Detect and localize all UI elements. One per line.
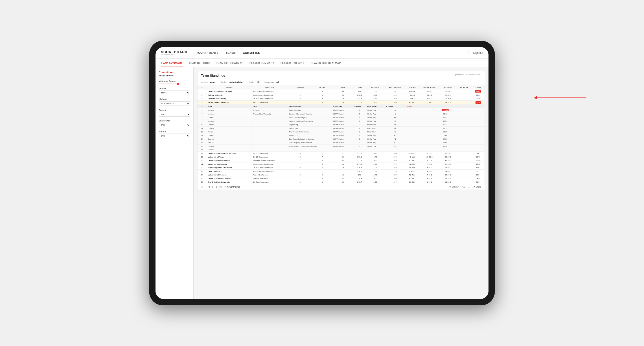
table-row[interactable]: 24 University of Oregon Pac-12 Conferenc…	[198, 173, 485, 177]
nav-committee[interactable]: COMMITTEE	[243, 51, 260, 54]
table-row[interactable]: 19 University of Texas Big 12 Conference…	[198, 155, 485, 159]
table-row[interactable]: 23 Duke University Atlantic Coast Confer…	[198, 170, 485, 173]
vs25-cell: 24-31-0	[440, 170, 456, 173]
points-cell[interactable]: 90.20	[472, 97, 484, 101]
points-cell[interactable]: 93.31	[472, 93, 484, 97]
points-cell[interactable]: 63.07	[472, 152, 484, 155]
tooltip-data-row[interactable]: 7 Univers Arizona State University South…	[198, 112, 485, 116]
tooltip-data-row[interactable]: 11 Univers Copper Cup NCAA Division I 2 …	[198, 127, 485, 130]
rank-cell: 22	[198, 166, 207, 170]
table-row[interactable]: 3 Vanderbilt University Southeastern Con…	[198, 97, 485, 101]
table-row[interactable]: 1 University of North Carolina Atlantic …	[198, 89, 485, 93]
low-adj-cell: 86-4-0	[406, 93, 419, 97]
tooltip-data-row[interactable]: 14 Georgia Ben Hogan Collegiate Invitati…	[198, 137, 485, 141]
rnds-cell: 22	[332, 159, 353, 163]
vs25-cell: 17-19-0	[440, 163, 456, 166]
tooltip-data-row[interactable]: 12 Florida I The Cypress Point Classic N…	[198, 130, 485, 134]
conf-cell: Big 12 Conference	[252, 155, 288, 159]
nav-teams[interactable]: TEAMS	[226, 51, 236, 54]
no-tour-cell: 6	[312, 173, 332, 177]
nav-tournaments[interactable]: TOURNAMENTS	[196, 51, 218, 54]
gender-select[interactable]: Men's	[159, 91, 190, 95]
sub-nav-player-h2h-heatmap[interactable]: PLAYER H2H HEATMAP	[311, 59, 341, 67]
tooltip-data-row[interactable]: 10 Univers Copper Cup NCAA Division I 2 …	[198, 123, 485, 127]
points-cell[interactable]: 60.71	[472, 170, 484, 173]
clock-button[interactable]: 🕐	[219, 186, 222, 188]
redo-button[interactable]: ↪	[205, 186, 206, 188]
table-row[interactable]: 25 University of North Florida ASUN Conf…	[198, 177, 485, 180]
tooltip-data-row[interactable]: 9 Univers National Invitational Tourname…	[198, 119, 485, 123]
refresh-button[interactable]: ↺	[208, 186, 210, 188]
rank-cell: 2	[198, 93, 207, 97]
sign-out-link[interactable]: Sign out	[468, 51, 483, 54]
settings-button[interactable]: ⚙	[215, 186, 217, 188]
tooltip-data-row[interactable]: 8 Univers Amer An Intercollegiate NCAA D…	[198, 116, 485, 119]
no-tour-cell: 8	[312, 180, 332, 184]
slider-thumb[interactable]	[177, 83, 179, 85]
points-cell[interactable]: 60.49	[472, 159, 484, 163]
share-button[interactable]: ↗ Share	[473, 186, 481, 188]
points-cell[interactable]: 50.94	[472, 180, 484, 184]
tooltip-data-row[interactable]: 16 Univers 2023 Sahalee Players Champion…	[198, 145, 485, 148]
sub-nav-player-h2h-grid[interactable]: PLAYER H2H GRID	[280, 59, 304, 67]
avg-low-cell: 269	[384, 97, 406, 101]
table-row[interactable]: 26 The Ohio State University Big Ten Con…	[198, 180, 485, 184]
points-cell[interactable]: 60.70	[472, 155, 484, 159]
tooltip-data-row[interactable]: 15 East Tex OFCC Fighting Illini Invitat…	[198, 141, 485, 145]
avg-low-cell: 269	[384, 177, 406, 180]
table-row[interactable]: 4 Arizona State University Pac-12 Confer…	[198, 101, 485, 105]
points-cell[interactable]: 97.02	[472, 89, 484, 93]
conf-rank-cell: 1	[288, 101, 312, 105]
rank-cell: 20	[198, 159, 207, 163]
table-row[interactable]: 20 University of New Mexico Mountain Wes…	[198, 159, 485, 163]
rank-cell: 18	[198, 152, 207, 155]
region-select[interactable]: N/A	[159, 112, 190, 117]
rnds-cell: 13	[332, 163, 353, 166]
slider-fill	[159, 84, 178, 84]
table-row[interactable]: 2 Auburn University Southeastern Confere…	[198, 93, 485, 97]
rnds-cell: 19	[332, 97, 353, 101]
expand-button[interactable]: ⛶	[468, 186, 470, 188]
comment-button[interactable]: 💬	[462, 186, 465, 188]
tooltip-data-row[interactable]: 13 Univers Williams Cup NCAA Division I …	[198, 134, 485, 137]
vs50-cell	[456, 173, 472, 177]
division-select[interactable]: NCAA Division I	[159, 101, 190, 106]
low-adj-cell: 85-25-1	[406, 101, 419, 105]
wins-cell: 278.3	[353, 177, 366, 180]
filter-min-rounds: Minimum Rounds	[159, 80, 190, 84]
sub-nav-player-summary[interactable]: PLAYER SUMMARY	[250, 59, 274, 67]
slider-track[interactable]	[159, 84, 190, 84]
tooltip-data-row[interactable]: 6 Univers University Cabo Collegiate NCA…	[198, 108, 485, 112]
table-row[interactable]: 18 University of California, Berkeley Pa…	[198, 152, 485, 155]
table-scroll[interactable]: # School Conference Conf Rank No Tour Rn…	[198, 85, 485, 184]
tooltip-data-row[interactable]: 17 Univers	[198, 148, 485, 152]
points-cell[interactable]: 48.48	[472, 163, 484, 166]
table-row[interactable]: 21 University of Alabama Southeastern Co…	[198, 163, 485, 166]
sub-nav-team-summary[interactable]: TEAM SUMMARY	[161, 59, 183, 67]
wins-cell: 271.5	[353, 101, 366, 105]
filter-school: School (All)	[159, 130, 190, 138]
filter-division: Division NCAA Division I	[159, 98, 190, 106]
rank-cell: 1	[198, 89, 207, 93]
wins-cell: 277.2	[353, 152, 366, 155]
points-cell[interactable]: 79.5	[472, 101, 484, 105]
rnds-cell: 18	[332, 173, 353, 177]
col-rank: #	[198, 85, 207, 89]
sub-nav-team-h2h-heatmap[interactable]: TEAM H2H HEATMAP	[216, 59, 243, 67]
school-select[interactable]: (All)	[159, 134, 190, 138]
vs50-cell	[456, 89, 472, 93]
points-cell[interactable]: 63.81	[472, 166, 484, 170]
points-cell[interactable]: 63.89	[472, 177, 484, 180]
view-original-button[interactable]: 📄 View: Original	[224, 186, 240, 188]
adj-cell: 1.45	[366, 155, 384, 159]
points-cell[interactable]: 58.54	[472, 173, 484, 177]
vs50-cell	[456, 101, 472, 105]
table-row[interactable]: 22 Mississippi State University Southeas…	[198, 166, 485, 170]
sub-nav-team-h2h-grid[interactable]: TEAM H2H GRID	[189, 59, 210, 67]
undo-button[interactable]: ↩	[201, 186, 203, 188]
conference-select[interactable]: (All)	[159, 123, 190, 127]
adj-cell: 1.45	[366, 163, 384, 166]
no-tour-cell: 8	[312, 101, 332, 105]
watch-button[interactable]: 👁 Watch ▾	[449, 186, 459, 188]
copy-button[interactable]: ⧉	[212, 185, 214, 188]
